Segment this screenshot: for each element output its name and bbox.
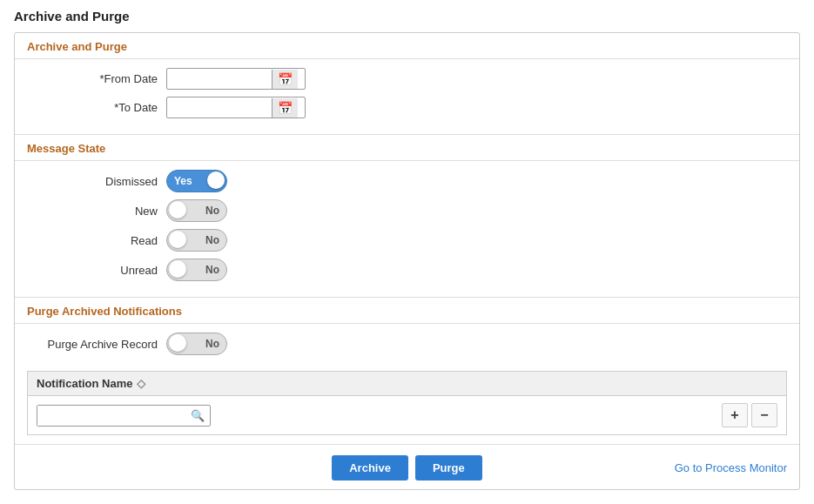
read-toggle[interactable]: No — [166, 229, 227, 252]
purge-button[interactable]: Purge — [415, 455, 482, 480]
purge-section-header: Purge Archived Notifications — [15, 298, 799, 324]
page-title: Archive and Purge — [14, 9, 800, 24]
read-row: Read No — [27, 229, 787, 252]
to-date-input-wrap[interactable]: 📅 — [166, 97, 306, 118]
dismissed-toggle[interactable]: Yes — [166, 170, 227, 192]
main-card: Archive and Purge *From Date 📅 *To Date … — [14, 32, 800, 490]
from-date-row: *From Date 📅 — [27, 68, 787, 90]
archive-button[interactable]: Archive — [332, 455, 408, 480]
read-label: Read — [27, 234, 166, 247]
purge-record-toggle[interactable]: No — [166, 333, 227, 355]
remove-row-button[interactable]: − — [751, 403, 777, 427]
notification-table-section: Notification Name ◇ 🔍 + − — [15, 371, 799, 444]
dismissed-row: Dismissed Yes — [27, 170, 787, 192]
message-state-section-header: Message State — [15, 135, 799, 161]
notification-table-header: Notification Name ◇ — [27, 371, 787, 395]
new-row: New No — [27, 199, 787, 222]
footer-center-buttons: Archive Purge — [332, 455, 482, 480]
to-date-row: *To Date 📅 — [27, 97, 787, 118]
unread-toggle[interactable]: No — [166, 259, 227, 281]
unread-row: Unread No — [27, 259, 787, 281]
unread-label: Unread — [27, 264, 166, 277]
message-state-form: Dismissed Yes New No Read No — [15, 161, 799, 297]
notification-search-input[interactable] — [37, 406, 185, 426]
purge-record-label: Purge Archive Record — [27, 338, 166, 351]
new-label: New — [27, 205, 166, 218]
calendar-icon-2: 📅 — [278, 101, 293, 115]
archive-purge-form: *From Date 📅 *To Date 📅 — [15, 59, 799, 134]
notification-table-body: 🔍 + − — [27, 395, 787, 435]
notification-search-wrap[interactable]: 🔍 — [37, 405, 211, 427]
sort-icon[interactable]: ◇ — [137, 377, 145, 390]
to-date-input[interactable] — [167, 97, 272, 118]
calendar-icon: 📅 — [278, 72, 293, 86]
to-date-calendar-btn[interactable]: 📅 — [272, 98, 298, 118]
notification-column-header: Notification Name — [37, 377, 133, 390]
search-button[interactable]: 🔍 — [185, 406, 210, 426]
process-monitor-link[interactable]: Go to Process Monitor — [675, 461, 787, 474]
footer-row: Archive Purge Go to Process Monitor — [15, 444, 799, 489]
to-date-label: *To Date — [27, 101, 166, 114]
footer-right: Go to Process Monitor — [482, 461, 787, 474]
table-action-buttons: + − — [722, 403, 777, 427]
purge-record-row: Purge Archive Record No — [27, 333, 787, 355]
dismissed-label: Dismissed — [27, 175, 166, 188]
from-date-label: *From Date — [27, 72, 166, 85]
from-date-calendar-btn[interactable]: 📅 — [272, 70, 298, 89]
archive-purge-section-header: Archive and Purge — [15, 33, 799, 59]
search-icon: 🔍 — [191, 409, 205, 422]
from-date-input[interactable] — [167, 69, 272, 89]
add-row-button[interactable]: + — [722, 403, 748, 427]
new-toggle[interactable]: No — [166, 199, 227, 222]
from-date-input-wrap[interactable]: 📅 — [166, 68, 306, 90]
purge-archived-form: Purge Archive Record No — [15, 324, 799, 371]
